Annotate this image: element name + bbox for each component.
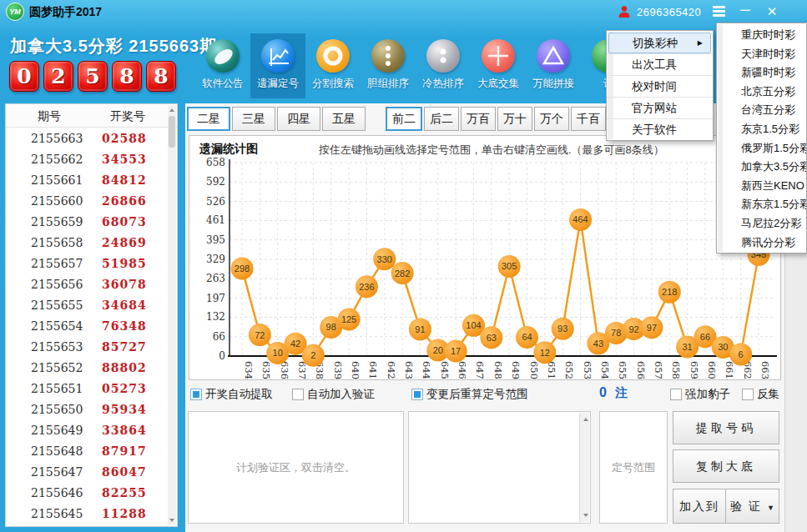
checkbox-强加豹子[interactable]: 强加豹子 — [670, 387, 730, 402]
issue-number: 2155645 — [31, 504, 83, 524]
issue-number: 2155651 — [31, 379, 83, 399]
checkbox-开奖自动提取[interactable]: 开奖自动提取 — [190, 387, 273, 402]
result-row[interactable]: 215566184812 — [6, 170, 169, 191]
app-title: 圆梦助手2017 — [29, 5, 102, 20]
verify-scrollbar[interactable] — [579, 413, 589, 522]
menu-item-label: 切换彩种 — [633, 37, 678, 49]
tab-千百[interactable]: 千百 — [571, 107, 606, 131]
result-row[interactable]: 215566234553 — [6, 149, 169, 170]
result-row[interactable]: 215565105273 — [6, 379, 169, 399]
menu-item-切换彩种[interactable]: 切换彩种▶ — [608, 33, 711, 53]
toolbar-item-split[interactable]: 分割搜索 — [305, 33, 361, 98]
issue-number: 2155654 — [31, 316, 83, 337]
user-id: 2696365420 — [637, 6, 701, 18]
verify-list-area[interactable] — [408, 411, 591, 524]
tab-万百[interactable]: 万百 — [461, 107, 496, 131]
submenu-item-腾讯分分彩[interactable]: 腾讯分分彩 — [717, 233, 806, 253]
result-row[interactable]: 215565534684 — [6, 295, 169, 316]
tab-三星[interactable]: 三星 — [232, 107, 275, 131]
checkbox-变更后重算定号范围[interactable]: 变更后重算定号范围 — [411, 387, 528, 402]
scroll-down-icon[interactable] — [168, 515, 176, 525]
tab-前二[interactable]: 前二 — [386, 107, 422, 131]
submenu-item-加拿大3.5分彩[interactable]: 加拿大3.5分彩 — [717, 158, 806, 177]
hamburger-menu-button[interactable] — [708, 3, 729, 20]
toolbar-item-announce[interactable]: 软件公告 — [195, 33, 250, 98]
submenu-item-俄罗斯1.5分彩[interactable]: 俄罗斯1.5分彩 — [717, 139, 806, 158]
toolbar-item-dan-sort[interactable]: 胆组排序 — [361, 33, 416, 98]
menu-item-出次工具[interactable]: 出次工具 — [607, 53, 713, 75]
issue-number: 2155650 — [31, 399, 83, 420]
svg-text:218: 218 — [662, 287, 677, 297]
result-row[interactable]: 215566026866 — [6, 191, 169, 212]
submenu-item-天津时时彩[interactable]: 天津时时彩 — [717, 45, 806, 64]
issue-number: 2155646 — [31, 483, 83, 504]
result-row[interactable]: 215565288802 — [6, 358, 169, 379]
menu-item-关于软件[interactable]: 关于软件 — [607, 118, 713, 140]
result-row[interactable]: 215565968073 — [6, 212, 169, 233]
minimize-button[interactable]: ─ — [734, 3, 756, 20]
submenu-item-北京五分彩[interactable]: 北京五分彩 — [717, 83, 806, 102]
tab-后二[interactable]: 后二 — [424, 107, 459, 131]
result-row[interactable]: 215565824869 — [6, 233, 169, 253]
tab-二星[interactable]: 二星 — [187, 107, 230, 131]
issue-number: 2155653 — [31, 337, 83, 358]
scroll-up-icon[interactable] — [168, 105, 176, 115]
tab-万个[interactable]: 万个 — [534, 107, 569, 131]
svg-text:395: 395 — [206, 234, 225, 246]
submenu-item-东京1.5分彩[interactable]: 东京1.5分彩 — [717, 120, 806, 139]
submenu-item-新疆时时彩[interactable]: 新疆时时彩 — [717, 63, 806, 83]
copy-pool-button[interactable]: 复制大底 — [673, 449, 779, 483]
tab-五星[interactable]: 五星 — [322, 107, 366, 131]
toolbar-item-splice[interactable]: 万能拼接 — [526, 33, 581, 98]
result-row[interactable]: 215564511288 — [6, 504, 169, 524]
close-button[interactable]: ✕ — [761, 3, 783, 20]
winning-number: 88802 — [102, 358, 147, 379]
submenu-item-马尼拉2分彩[interactable]: 马尼拉2分彩 — [717, 214, 806, 233]
tab-四星[interactable]: 四星 — [277, 107, 320, 131]
svg-text:132: 132 — [206, 311, 225, 323]
tab-万十[interactable]: 万十 — [497, 107, 532, 131]
result-row[interactable]: 215565476348 — [6, 316, 169, 337]
add-to-button[interactable]: 加入到 — [673, 489, 726, 524]
fix-range-box[interactable]: 定号范围 — [599, 411, 668, 524]
dan-sort-icon — [371, 39, 405, 73]
result-row[interactable]: 215564933864 — [6, 420, 169, 441]
checkbox-反集[interactable]: 反集 — [742, 387, 779, 402]
scroll-up-icon[interactable] — [582, 414, 590, 424]
scroll-down-icon[interactable] — [582, 510, 590, 520]
results-scrollbar[interactable] — [168, 105, 176, 525]
submenu-item-新西兰KENO[interactable]: 新西兰KENO — [717, 177, 806, 196]
toolbar-item-intersect[interactable]: 大底交集 — [471, 33, 526, 98]
checkbox-自动加入验证[interactable]: 自动加入验证 — [292, 387, 375, 402]
result-row[interactable]: 215565385727 — [6, 337, 169, 358]
user-account[interactable]: 2696365420 — [618, 3, 701, 20]
svg-text:63: 63 — [487, 333, 497, 343]
issue-number: 2155659 — [31, 212, 83, 233]
result-row[interactable]: 215565095934 — [6, 399, 169, 420]
miss-statistics-chart[interactable]: 0661321972633293954615265926586346356366… — [189, 158, 780, 379]
toolbar-item-hot-cold[interactable]: 冷热排序 — [416, 33, 471, 98]
submenu-item-重庆时时彩[interactable]: 重庆时时彩 — [717, 26, 806, 45]
column-issue: 期号 — [38, 109, 61, 124]
result-row[interactable]: 215564887917 — [6, 441, 169, 462]
svg-text:652: 652 — [563, 361, 575, 379]
scroll-thumb[interactable] — [169, 116, 175, 148]
verify-button[interactable]: 验 证 ▼ — [725, 489, 779, 524]
issue-number: 2155655 — [31, 295, 83, 316]
result-row[interactable]: 215565636078 — [6, 274, 169, 295]
toolbar-item-miss-fix[interactable]: 遗漏定号 — [250, 33, 305, 98]
result-row[interactable]: 215564682255 — [6, 483, 169, 504]
results-body: 2155663025882155662345532155661848122155… — [6, 128, 169, 524]
plan-verify-area[interactable]: 计划验证区，双击清空。 — [188, 411, 404, 524]
result-row[interactable]: 215564786047 — [6, 462, 169, 483]
result-row[interactable]: 215565751985 — [6, 253, 169, 274]
extract-numbers-button[interactable]: 提取号码 — [673, 411, 779, 444]
submenu-item-台湾五分彩[interactable]: 台湾五分彩 — [717, 101, 806, 120]
menu-item-校对时间[interactable]: 校对时间 — [607, 75, 713, 97]
menu-item-官方网站[interactable]: 官方网站 — [607, 97, 713, 118]
submenu-item-新东京1.5分彩[interactable]: 新东京1.5分彩 — [717, 195, 806, 214]
winning-number: 95934 — [102, 399, 147, 420]
draw-ball: 5 — [78, 61, 108, 92]
svg-text:42: 42 — [290, 339, 300, 349]
result-row[interactable]: 215566302588 — [6, 128, 169, 149]
